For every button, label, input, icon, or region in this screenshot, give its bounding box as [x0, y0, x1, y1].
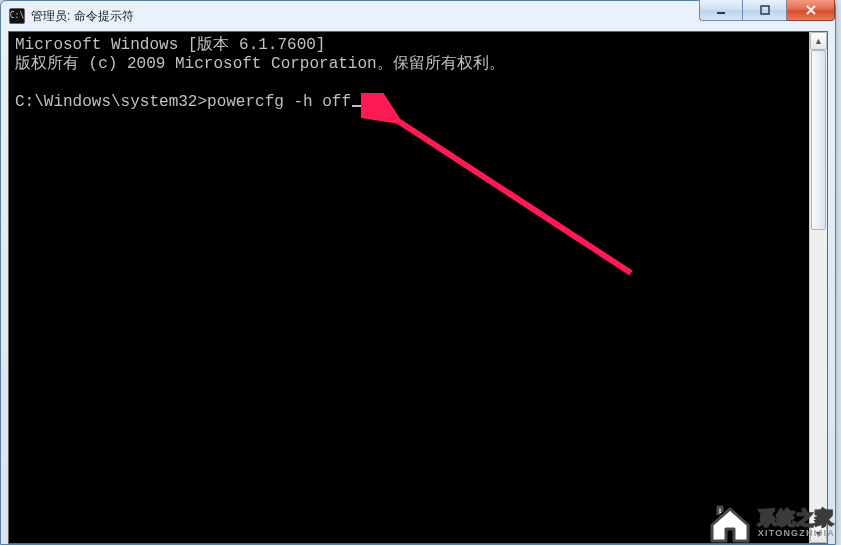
cmd-icon: C:\ [9, 8, 25, 24]
console-command: powercfg -h off [207, 93, 351, 111]
vertical-scrollbar[interactable]: ▲ ▼ [809, 32, 827, 543]
svg-rect-0 [717, 12, 725, 14]
window-controls [699, 0, 835, 21]
cursor-icon [352, 105, 361, 107]
svg-rect-1 [761, 6, 769, 14]
scroll-up-button[interactable]: ▲ [810, 32, 827, 50]
close-button[interactable] [787, 0, 835, 21]
window-title: 管理员: 命令提示符 [31, 8, 134, 25]
command-prompt-window: C:\ 管理员: 命令提示符 Microsoft Windows [版本 6.1… [0, 0, 836, 545]
scroll-down-button[interactable]: ▼ [810, 525, 827, 543]
maximize-button[interactable] [743, 0, 787, 21]
console-line-1: Microsoft Windows [版本 6.1.7600] [15, 36, 325, 54]
chevron-up-icon: ▲ [814, 37, 823, 46]
minimize-button[interactable] [699, 0, 743, 21]
console-line-2: 版权所有 (c) 2009 Microsoft Corporation。保留所有… [15, 55, 505, 73]
scroll-thumb[interactable] [811, 50, 826, 230]
close-icon [805, 4, 817, 16]
scroll-track[interactable] [810, 50, 827, 525]
chevron-down-icon: ▼ [814, 530, 823, 539]
maximize-icon [759, 4, 771, 16]
titlebar[interactable]: C:\ 管理员: 命令提示符 [1, 1, 835, 31]
client-area: Microsoft Windows [版本 6.1.7600] 版权所有 (c)… [8, 31, 828, 544]
console-prompt: C:\Windows\system32> [15, 93, 207, 111]
console-output[interactable]: Microsoft Windows [版本 6.1.7600] 版权所有 (c)… [9, 32, 827, 543]
minimize-icon [715, 4, 727, 16]
